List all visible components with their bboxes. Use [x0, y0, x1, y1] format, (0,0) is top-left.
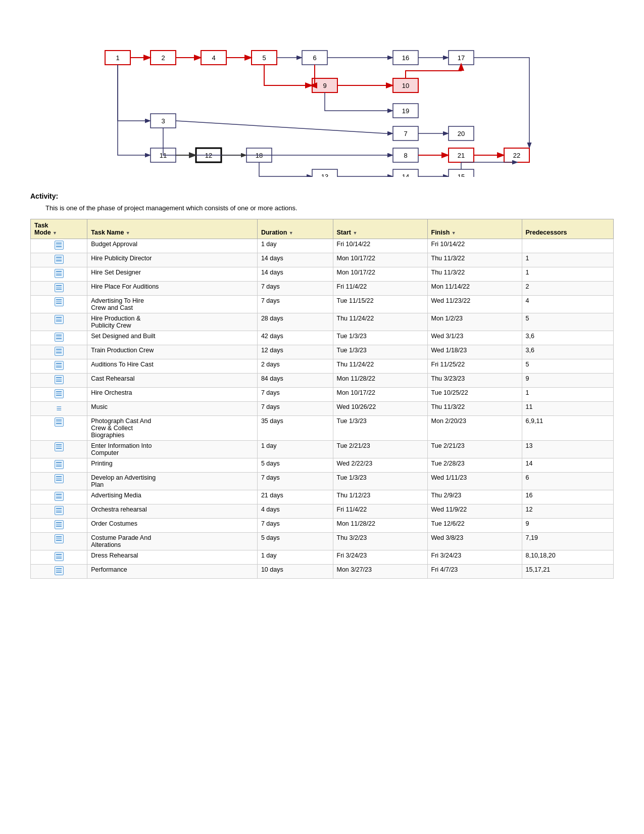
task-mode-icon	[31, 388, 87, 402]
table-row: Hire Production &Publicity Crew28 daysTh…	[31, 313, 614, 331]
task-finish: Mon 11/14/22	[427, 282, 522, 296]
task-predecessors: 11	[522, 402, 613, 416]
task-mode-icon	[31, 345, 87, 359]
task-duration: 10 days	[257, 565, 333, 579]
task-finish: Thu 11/3/22	[427, 253, 522, 267]
task-predecessors: 6,9,11	[522, 416, 613, 441]
task-finish: Thu 11/3/22	[427, 267, 522, 282]
task-start: Thu 3/2/23	[333, 533, 427, 550]
task-mode-icon	[31, 374, 87, 388]
task-duration: 7 days	[257, 388, 333, 402]
task-duration: 5 days	[257, 458, 333, 473]
task-finish: Thu 11/3/22	[427, 402, 522, 416]
table-row: Auditions To Hire Cast2 daysThu 11/24/22…	[31, 359, 614, 374]
task-finish: Tue 10/25/22	[427, 388, 522, 402]
svg-text:4: 4	[212, 54, 215, 62]
table-row: Hire Orchestra7 daysMon 10/17/22Tue 10/2…	[31, 388, 614, 402]
task-mode-icon	[31, 565, 87, 579]
table-row: Dress Rehearsal1 dayFri 3/24/23Fri 3/24/…	[31, 550, 614, 565]
svg-text:17: 17	[457, 54, 464, 62]
task-start: Mon 10/17/22	[333, 388, 427, 402]
task-start: Tue 1/3/23	[333, 345, 427, 359]
svg-text:16: 16	[402, 54, 409, 62]
task-finish: Fri 11/25/22	[427, 359, 522, 374]
table-row: Printing5 daysWed 2/22/23Tue 2/28/2314	[31, 458, 614, 473]
task-name: Hire Orchestra	[87, 388, 258, 402]
task-mode-icon	[31, 313, 87, 331]
task-start: Fri 3/24/23	[333, 550, 427, 565]
task-predecessors: 1	[522, 267, 613, 282]
svg-text:21: 21	[457, 152, 464, 159]
task-duration: 12 days	[257, 345, 333, 359]
task-predecessors: 3,6	[522, 331, 613, 345]
task-predecessors: 4	[522, 296, 613, 313]
svg-text:3: 3	[161, 117, 165, 125]
task-finish: Fri 10/14/22	[427, 239, 522, 253]
task-start: Tue 11/15/22	[333, 296, 427, 313]
task-predecessors: 5	[522, 313, 613, 331]
task-duration: 28 days	[257, 313, 333, 331]
task-finish: Tue 2/21/23	[427, 441, 522, 458]
task-duration: 2 days	[257, 359, 333, 374]
task-mode-icon	[31, 416, 87, 441]
task-duration: 14 days	[257, 267, 333, 282]
col-header-predecessors: Predecessors	[522, 219, 613, 239]
task-predecessors: 1	[522, 388, 613, 402]
task-name: Hire Place For Auditions	[87, 282, 258, 296]
task-mode-icon	[31, 296, 87, 313]
task-duration: 84 days	[257, 374, 333, 388]
task-start: Mon 11/28/22	[333, 374, 427, 388]
task-duration: 7 days	[257, 296, 333, 313]
task-duration: 42 days	[257, 331, 333, 345]
task-duration: 7 days	[257, 473, 333, 490]
task-mode-icon	[31, 359, 87, 374]
table-row: Hire Publicity Director14 daysMon 10/17/…	[31, 253, 614, 267]
task-predecessors: 14	[522, 458, 613, 473]
col-header-finish[interactable]: Finish ▼	[427, 219, 522, 239]
svg-text:10: 10	[402, 82, 409, 89]
task-duration: 21 days	[257, 490, 333, 504]
table-row: Train Production Crew12 daysTue 1/3/23We…	[31, 345, 614, 359]
activity-description: This is one of the phase of project mana…	[45, 204, 614, 212]
task-name: Hire Set Designer	[87, 267, 258, 282]
task-duration: 35 days	[257, 416, 333, 441]
col-header-mode[interactable]: TaskMode ▼	[31, 219, 87, 239]
task-mode-icon	[31, 253, 87, 267]
task-predecessors: 1	[522, 253, 613, 267]
task-mode-icon	[31, 458, 87, 473]
task-finish: Mon 2/20/23	[427, 416, 522, 441]
col-header-duration[interactable]: Duration ▼	[257, 219, 333, 239]
task-name: Advertising To HireCrew and Cast	[87, 296, 258, 313]
table-row: Photograph Cast AndCrew & CollectBiograp…	[31, 416, 614, 441]
task-name: Budget Approval	[87, 239, 258, 253]
task-mode-icon	[31, 282, 87, 296]
task-name: Dress Rehearsal	[87, 550, 258, 565]
task-duration: 7 days	[257, 519, 333, 533]
table-row: Advertising Media21 daysThu 1/12/23Thu 2…	[31, 490, 614, 504]
task-duration: 5 days	[257, 533, 333, 550]
task-name: Develop an AdvertisingPlan	[87, 473, 258, 490]
task-mode-icon	[31, 441, 87, 458]
task-duration: 1 day	[257, 441, 333, 458]
task-finish: Fri 4/7/23	[427, 565, 522, 579]
task-name: Auditions To Hire Cast	[87, 359, 258, 374]
svg-text:1: 1	[116, 54, 119, 62]
task-start: Wed 10/26/22	[333, 402, 427, 416]
task-mode-icon	[31, 473, 87, 490]
svg-text:20: 20	[457, 130, 464, 137]
svg-text:6: 6	[313, 54, 316, 62]
task-start: Tue 1/3/23	[333, 416, 427, 441]
table-row: Advertising To HireCrew and Cast7 daysTu…	[31, 296, 614, 313]
table-row: Order Costumes7 daysMon 11/28/22Tue 12/6…	[31, 519, 614, 533]
task-predecessors: 13	[522, 441, 613, 458]
task-predecessors: 5	[522, 359, 613, 374]
task-predecessors: 3,6	[522, 345, 613, 359]
task-name: Hire Publicity Director	[87, 253, 258, 267]
task-name: Enter Information IntoComputer	[87, 441, 258, 458]
col-header-name[interactable]: Task Name ▼	[87, 219, 258, 239]
task-finish: Wed 11/9/22	[427, 504, 522, 519]
task-start: Fri 10/14/22	[333, 239, 427, 253]
table-row: ≡Music7 daysWed 10/26/22Thu 11/3/2211	[31, 402, 614, 416]
col-header-start[interactable]: Start ▼	[333, 219, 427, 239]
task-mode-icon	[31, 533, 87, 550]
